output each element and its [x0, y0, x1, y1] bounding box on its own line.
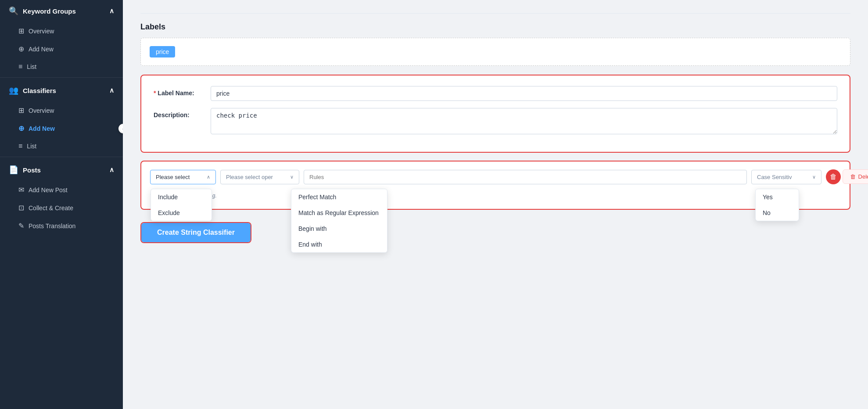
sidebar-group-keyword-groups-label: Keyword Groups — [23, 7, 76, 15]
sidebar-item-classifiers-list-label: List — [27, 143, 36, 150]
sidebar-group-classifiers[interactable]: 👥 Classifiers ∧ — [0, 79, 123, 101]
operator-select[interactable]: Please select oper ∨ Perfect Match Match… — [220, 170, 299, 184]
sidebar-item-classifiers-overview[interactable]: ⊞ Overview — [0, 101, 123, 119]
include-option[interactable]: Include — [151, 189, 212, 205]
delete-rule-button[interactable]: 🗑 — [826, 169, 841, 184]
sidebar-classifiers-items: ⊞ Overview ⊕ Add New ◀ ≡ List — [0, 101, 123, 155]
create-string-classifier-button[interactable]: Create String Classifier — [141, 223, 251, 242]
case-sensitivity-select[interactable]: Case Sensitiv ∨ Yes No — [751, 170, 821, 184]
yes-option[interactable]: Yes — [756, 189, 799, 205]
sidebar-item-classifiers-list[interactable]: ≡ List — [0, 137, 123, 155]
chevron-down-operator-icon: ∨ — [290, 174, 294, 180]
sidebar-item-add-new-post[interactable]: ✉ Add New Post — [0, 181, 123, 199]
rules-input[interactable] — [304, 170, 747, 184]
required-asterisk: * — [154, 90, 156, 97]
label-name-label: * Label Name: — [154, 86, 211, 97]
label-form-panel: * Label Name: Description: check price — [140, 75, 850, 153]
sidebar-item-posts-translation-label: Posts Translation — [29, 222, 75, 230]
list-icon: ≡ — [18, 63, 22, 71]
sidebar-item-classifiers-add-new[interactable]: ⊕ Add New ◀ — [0, 119, 123, 137]
plus-icon: ⊕ — [18, 45, 24, 53]
sidebar-posts-items: ✉ Add New Post ⊡ Collect & Create ✎ Post… — [0, 181, 123, 235]
sidebar-group-posts[interactable]: 📄 Posts ∧ — [0, 159, 123, 181]
sidebar: 🔍 Keyword Groups ∧ ⊞ Overview ⊕ Add New … — [0, 0, 123, 409]
select-placeholder: Please select — [156, 174, 190, 180]
hint-suffix: g. — [212, 193, 217, 199]
include-exclude-select[interactable]: Please select ∧ Include Exclude — [150, 170, 216, 184]
regex-match-option[interactable]: Match as Regular Expression — [291, 205, 387, 221]
price-badge: price — [150, 46, 175, 57]
sidebar-group-posts-label: Posts — [23, 166, 41, 174]
sidebar-item-add-new-label: Add New — [29, 46, 54, 53]
sidebar-item-list-label: List — [27, 63, 36, 70]
label-name-input[interactable] — [211, 86, 837, 101]
chevron-up-icon: ∧ — [109, 7, 114, 15]
no-option[interactable]: No — [756, 205, 799, 221]
sidebar-item-collect-create-label: Collect & Create — [29, 204, 73, 212]
sidebar-item-add-new[interactable]: ⊕ Add New — [0, 40, 123, 58]
sidebar-group-keyword-groups[interactable]: 🔍 Keyword Groups ∧ — [0, 0, 123, 22]
labels-section: Labels price — [140, 22, 850, 66]
description-textarea[interactable]: check price — [211, 108, 837, 134]
trash-icon: 🗑 — [850, 173, 856, 180]
description-row: Description: check price — [154, 108, 837, 134]
send-icon: ✉ — [18, 186, 24, 194]
sidebar-item-add-new-post-label: Add New Post — [29, 187, 68, 194]
posts-icon: 📄 — [9, 165, 18, 175]
include-exclude-dropdown: Include Exclude — [151, 189, 212, 221]
search-icon: 🔍 — [9, 6, 18, 16]
sidebar-group-classifiers-label: Classifiers — [23, 87, 56, 94]
classifiers-icon: 👥 — [9, 86, 18, 95]
sidebar-item-classifiers-add-new-label: Add New — [29, 125, 55, 132]
collapse-icon[interactable]: ◀ — [118, 124, 123, 133]
match-dropdown: Perfect Match Match as Regular Expressio… — [291, 189, 387, 253]
hint-row: *You can test with custom g. — [150, 190, 841, 201]
sidebar-item-list[interactable]: ≡ List — [0, 58, 123, 75]
case-placeholder: Case Sensitiv — [757, 174, 792, 180]
labels-title: Labels — [140, 22, 850, 32]
rule-row: Please select ∧ Include Exclude Please s… — [150, 169, 841, 184]
labels-box: price — [140, 38, 850, 66]
grid2-icon: ⊞ — [18, 106, 24, 115]
collect-icon: ⊡ — [18, 204, 24, 212]
sidebar-item-overview-label: Overview — [29, 28, 54, 35]
sidebar-item-posts-translation[interactable]: ✎ Posts Translation — [0, 217, 123, 235]
rule-panel: Please select ∧ Include Exclude Please s… — [140, 161, 850, 210]
list2-icon: ≡ — [18, 142, 22, 150]
operator-placeholder: Please select oper — [226, 174, 273, 180]
yesno-dropdown: Yes No — [755, 189, 799, 221]
translate-icon: ✎ — [18, 222, 24, 230]
begin-with-option[interactable]: Begin with — [291, 221, 387, 237]
end-with-option[interactable]: End with — [291, 237, 387, 252]
chevron-up-classifiers-icon: ∧ — [109, 86, 114, 94]
description-label: Description: — [154, 108, 211, 118]
perfect-match-option[interactable]: Perfect Match — [291, 189, 387, 205]
sidebar-keyword-groups-items: ⊞ Overview ⊕ Add New ≡ List — [0, 22, 123, 75]
chevron-up-select-icon: ∧ — [207, 174, 210, 180]
sidebar-item-classifiers-overview-label: Overview — [29, 107, 54, 114]
grid-icon: ⊞ — [18, 27, 24, 35]
plus2-icon: ⊕ — [18, 124, 24, 133]
delete-whole-label-button[interactable]: 🗑 Delete Whole Label — [843, 169, 868, 184]
label-name-row: * Label Name: — [154, 86, 837, 101]
sidebar-item-collect-create[interactable]: ⊡ Collect & Create — [0, 199, 123, 217]
exclude-option[interactable]: Exclude — [151, 205, 212, 221]
chevron-up-posts-icon: ∧ — [109, 166, 114, 174]
chevron-down-case-icon: ∨ — [812, 174, 816, 180]
create-button-wrapper: Create String Classifier — [140, 222, 251, 243]
main-content: Labels price * Label Name: Description: … — [123, 0, 868, 409]
sidebar-item-overview[interactable]: ⊞ Overview — [0, 22, 123, 40]
